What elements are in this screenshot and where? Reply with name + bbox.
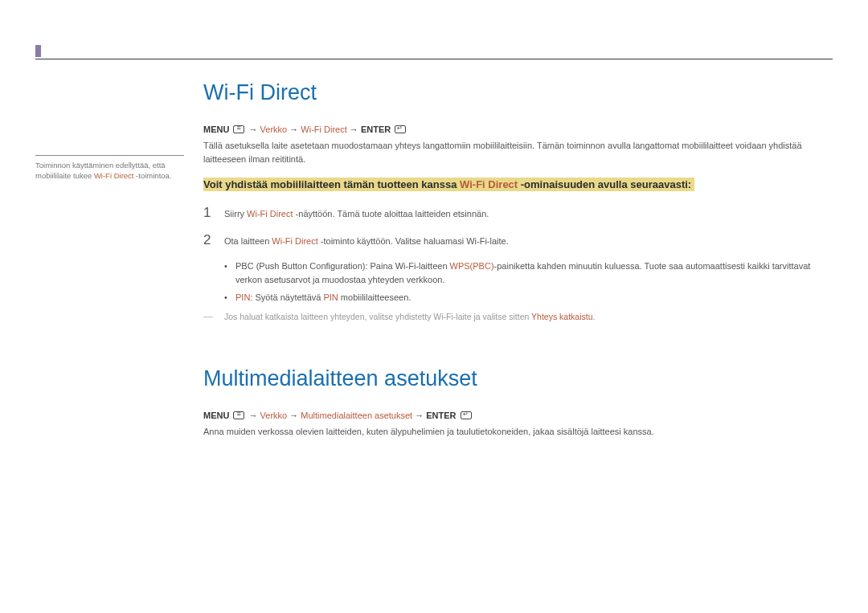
enter-icon bbox=[461, 411, 472, 419]
step-text: -toiminto käyttöön. Valitse haluamasi Wi… bbox=[318, 236, 509, 246]
enter-icon bbox=[395, 125, 406, 133]
section-wifi-direct: Wi-Fi Direct MENU → Verkko → Wi-Fi Direc… bbox=[203, 80, 833, 323]
section-title: Multimedialaitteen asetukset bbox=[203, 366, 833, 391]
sidebar-divider bbox=[35, 155, 184, 156]
path-arrow: → bbox=[249, 125, 260, 134]
step-highlight: Wi-Fi Direct bbox=[247, 209, 293, 219]
footnote-highlight: Yhteys katkaistu bbox=[531, 312, 592, 321]
footnote-text: . bbox=[593, 312, 596, 321]
band-text: Voit yhdistää mobiililaitteen tämän tuot… bbox=[203, 178, 460, 190]
footnote-marker: ― bbox=[203, 311, 224, 324]
step-body: Siirry Wi-Fi Direct -näyttöön. Tämä tuot… bbox=[224, 208, 489, 221]
footnote-body: Jos haluat katkaista laitteen yhteyden, … bbox=[224, 311, 595, 324]
step-item: 1 Siirry Wi-Fi Direct -näyttöön. Tämä tu… bbox=[203, 205, 833, 221]
path-segment: Multimedialaitteen asetukset bbox=[301, 411, 412, 420]
bullet-item: • PIN: Syötä näytettävä PIN mobiililaitt… bbox=[224, 291, 833, 304]
path-enter-label: ENTER bbox=[426, 411, 456, 420]
highlight-band-wrap: Voit yhdistää mobiililaitteen tämän tuot… bbox=[203, 177, 833, 192]
path-segment: Verkko bbox=[260, 125, 288, 134]
bullet-body: PIN: Syötä näytettävä PIN mobiililaittee… bbox=[235, 291, 411, 304]
step-number: 2 bbox=[203, 232, 224, 248]
path-menu-label: MENU bbox=[203, 125, 229, 134]
main-column: Wi-Fi Direct MENU → Verkko → Wi-Fi Direc… bbox=[203, 80, 833, 450]
step-item: 2 Ota laitteen Wi-Fi Direct -toiminto kä… bbox=[203, 232, 833, 248]
bullet-text: : Syötä näytettävä bbox=[250, 292, 323, 302]
step-body: Ota laitteen Wi-Fi Direct -toiminto käyt… bbox=[224, 235, 509, 248]
sidebar-note: Toiminnon käyttäminen edellyttää, että m… bbox=[35, 160, 184, 182]
path-arrow: → bbox=[249, 411, 260, 420]
bullet-highlight: WPS(PBC) bbox=[450, 261, 494, 271]
footnote-row: ― Jos haluat katkaista laitteen yhteyden… bbox=[203, 311, 833, 324]
section-multimedia-settings: Multimedialaitteen asetukset MENU → Verk… bbox=[203, 366, 833, 439]
menu-icon bbox=[233, 411, 244, 419]
path-segment: Verkko bbox=[260, 411, 288, 420]
sidebar-note-highlight: Wi-Fi Direct bbox=[94, 171, 134, 180]
step-text: -näyttöön. Tämä tuote aloittaa laitteide… bbox=[293, 209, 489, 219]
menu-path: MENU → Verkko → Multimedialaitteen asetu… bbox=[203, 411, 833, 420]
path-arrow: → bbox=[415, 411, 426, 420]
path-arrow: → bbox=[289, 125, 301, 134]
path-arrow: → bbox=[350, 125, 361, 134]
bullet-marker: • bbox=[224, 291, 235, 304]
section-indicator bbox=[35, 45, 41, 57]
top-divider bbox=[35, 59, 833, 59]
sidebar-column: Toiminnon käyttäminen edellyttää, että m… bbox=[35, 155, 184, 182]
step-text: Siirry bbox=[224, 209, 247, 219]
bullet-highlight: PIN bbox=[323, 292, 338, 302]
bullet-text: mobiililaitteeseen. bbox=[338, 292, 411, 302]
intro-paragraph: Tällä asetuksella laite asetetaan muodos… bbox=[203, 139, 833, 166]
section-title: Wi-Fi Direct bbox=[203, 80, 833, 105]
sidebar-note-suffix: -toimintoa. bbox=[133, 171, 171, 180]
step-number: 1 bbox=[203, 205, 224, 221]
path-arrow: → bbox=[289, 411, 301, 420]
band-highlight: Wi-Fi Direct bbox=[460, 178, 518, 190]
bullet-item: • PBC (Push Button Configuration): Paina… bbox=[224, 260, 833, 286]
bullet-list: • PBC (Push Button Configuration): Paina… bbox=[224, 260, 833, 304]
intro-paragraph: Anna muiden verkossa olevien laitteiden,… bbox=[203, 425, 833, 439]
bullet-body: PBC (Push Button Configuration): Paina W… bbox=[235, 260, 833, 286]
step-text: Ota laitteen bbox=[224, 236, 272, 246]
path-enter-label: ENTER bbox=[361, 125, 391, 134]
bullet-marker: • bbox=[224, 260, 235, 286]
step-list: 1 Siirry Wi-Fi Direct -näyttöön. Tämä tu… bbox=[203, 205, 833, 248]
path-menu-label: MENU bbox=[203, 411, 229, 420]
bullet-text: PBC (Push Button Configuration): Paina W… bbox=[235, 261, 450, 271]
menu-path: MENU → Verkko → Wi-Fi Direct → ENTER bbox=[203, 125, 833, 134]
highlight-band: Voit yhdistää mobiililaitteen tämän tuot… bbox=[203, 178, 694, 191]
menu-icon bbox=[233, 125, 244, 133]
bullet-highlight: PIN bbox=[235, 292, 250, 302]
band-text: -ominaisuuden avulla seuraavasti: bbox=[518, 178, 691, 190]
step-highlight: Wi-Fi Direct bbox=[272, 236, 317, 246]
footnote-text: Jos haluat katkaista laitteen yhteyden, … bbox=[224, 312, 531, 321]
path-segment: Wi-Fi Direct bbox=[301, 125, 346, 134]
